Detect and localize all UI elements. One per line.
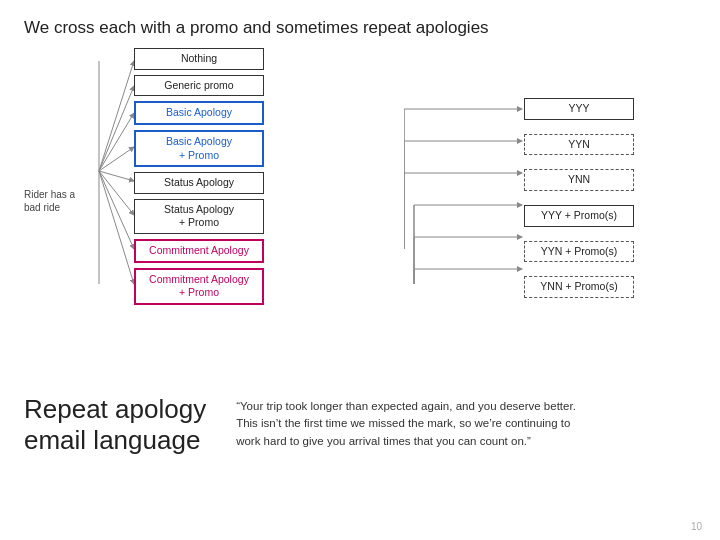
page-number: 10 [691,521,702,532]
box-ynn: YNN [524,169,634,191]
box-basic-apology-promo: Basic Apology+ Promo [134,130,264,167]
bottom-section: Repeat apology email language “Your trip… [24,394,696,456]
quote-text: “Your trip took longer than expected aga… [236,394,576,450]
slide: We cross each with a promo and sometimes… [0,0,720,540]
box-yyn-promo: YYN + Promo(s) [524,241,634,263]
slide-title: We cross each with a promo and sometimes… [24,18,696,38]
box-nothing: Nothing [134,48,264,70]
box-ynn-promo: YNN + Promo(s) [524,276,634,298]
svg-line-2 [99,113,134,171]
box-yyn: YYN [524,134,634,156]
boxes-right: YYY YYN YNN YYY + Promo(s) YYN + Promo(s… [524,98,634,298]
boxes-left: Nothing Generic promo Basic Apology Basi… [134,48,264,305]
box-commitment-apology: Commitment Apology [134,239,264,263]
left-panel: Rider has a bad ride [24,48,394,388]
box-status-apology-promo: Status Apology+ Promo [134,199,264,234]
box-basic-apology: Basic Apology [134,101,264,125]
box-status-apology: Status Apology [134,172,264,194]
repeat-apology-label: Repeat apology email language [24,394,206,456]
box-generic-promo: Generic promo [134,75,264,97]
svg-line-4 [99,171,134,181]
box-yyy: YYY [524,98,634,120]
right-panel: YYY YYN YNN YYY + Promo(s) YYN + Promo(s… [404,48,696,388]
box-commitment-apology-promo: Commitment Apology+ Promo [134,268,264,305]
svg-line-6 [99,171,134,249]
diagram-area: Rider has a bad ride [24,48,696,388]
box-yyy-promo: YYY + Promo(s) [524,205,634,227]
svg-line-7 [99,171,134,284]
svg-line-0 [99,61,134,171]
svg-line-1 [99,86,134,171]
svg-line-5 [99,171,134,215]
